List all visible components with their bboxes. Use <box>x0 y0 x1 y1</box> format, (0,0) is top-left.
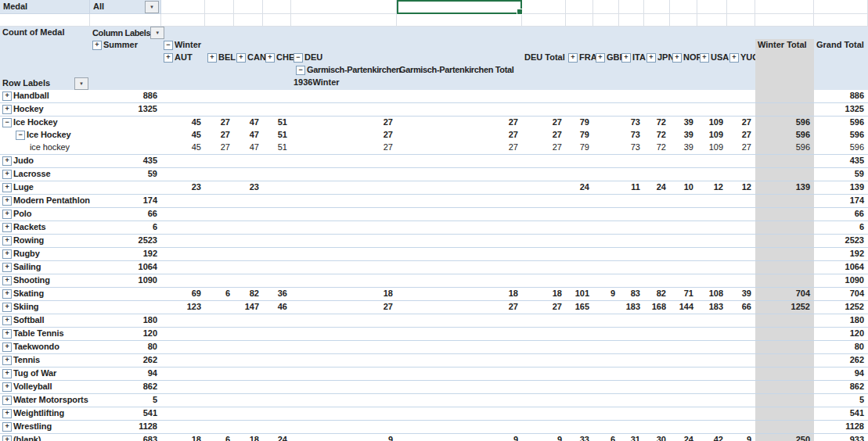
value-cell[interactable] <box>755 221 814 234</box>
col-header-can[interactable]: +CAN <box>234 52 263 64</box>
row-label-cell[interactable]: ice hockey <box>0 142 90 154</box>
empty-cell[interactable] <box>593 14 619 27</box>
empty-cell[interactable] <box>205 0 234 14</box>
value-cell[interactable]: 27 <box>291 142 397 154</box>
value-cell[interactable]: 51 <box>263 129 291 142</box>
row-label-cell[interactable]: +Rowing <box>0 235 90 247</box>
value-cell[interactable]: 435 <box>814 155 868 167</box>
value-cell[interactable]: 79 <box>566 142 593 154</box>
value-cell[interactable]: 33 <box>566 434 593 441</box>
value-cell[interactable]: 47 <box>234 117 263 129</box>
value-cell[interactable]: 933 <box>814 434 868 441</box>
value-cell[interactable]: 862 <box>90 381 161 393</box>
value-cell[interactable]: 79 <box>566 129 593 142</box>
value-cell[interactable]: 541 <box>90 407 161 420</box>
expand-icon[interactable]: + <box>672 53 682 63</box>
value-cell[interactable]: 27 <box>522 301 566 314</box>
value-cell[interactable]: 51 <box>263 142 291 154</box>
col-header-usa[interactable]: +USA <box>697 52 727 64</box>
value-cell[interactable]: 66 <box>90 208 161 220</box>
value-cell[interactable]: 9 <box>727 434 755 441</box>
empty-cell[interactable] <box>90 14 161 27</box>
col-header-aut[interactable]: +AUT <box>161 52 205 64</box>
col-header-deu-total[interactable]: DEU Total <box>522 52 566 64</box>
value-cell[interactable]: 72 <box>644 129 670 142</box>
value-cell[interactable]: 1252 <box>814 301 868 314</box>
value-cell[interactable]: 83 <box>619 288 644 300</box>
expand-icon[interactable]: + <box>596 53 605 63</box>
value-cell[interactable]: 596 <box>755 142 814 154</box>
filter-value-cell[interactable]: All ▼ <box>90 0 161 14</box>
value-cell[interactable]: 47 <box>234 142 263 154</box>
value-cell[interactable]: 5 <box>814 394 868 407</box>
value-cell[interactable]: 435 <box>90 155 161 167</box>
expand-icon[interactable]: + <box>2 289 12 299</box>
value-cell[interactable]: 168 <box>644 301 670 314</box>
value-cell[interactable]: 27 <box>205 129 234 142</box>
value-cell[interactable] <box>755 341 814 353</box>
value-cell[interactable]: 6 <box>593 434 619 441</box>
value-cell[interactable] <box>755 394 814 407</box>
row-label-cell[interactable]: +Tennis <box>0 354 90 367</box>
value-cell[interactable] <box>755 248 814 260</box>
expand-icon[interactable]: + <box>621 53 631 63</box>
col-header-nor[interactable]: +NOR <box>670 52 697 64</box>
empty-cell[interactable] <box>727 14 755 27</box>
value-cell[interactable]: 27 <box>727 117 755 129</box>
col-header-grand-total[interactable]: Grand Total <box>814 39 868 52</box>
expand-icon[interactable]: + <box>236 53 246 63</box>
value-cell[interactable] <box>755 274 814 287</box>
value-cell[interactable]: 1064 <box>90 261 161 274</box>
value-cell[interactable]: 1252 <box>755 301 814 314</box>
value-cell[interactable]: 31 <box>619 434 644 441</box>
value-cell[interactable]: 27 <box>522 129 566 142</box>
value-cell[interactable]: 139 <box>755 181 814 194</box>
value-cell[interactable]: 174 <box>90 195 161 207</box>
value-cell[interactable]: 596 <box>755 117 814 129</box>
value-cell[interactable]: 683 <box>90 434 161 441</box>
col-header-garmisch[interactable]: −Garmisch-Partenkirchen <box>291 64 397 77</box>
expand-icon[interactable]: + <box>2 356 12 365</box>
value-cell[interactable]: 18 <box>522 288 566 300</box>
empty-cell[interactable] <box>566 14 593 27</box>
expand-icon[interactable]: + <box>2 276 12 285</box>
measure-cell[interactable]: Count of Medal <box>0 27 90 39</box>
col-header-jpn[interactable]: +JPN <box>644 52 670 64</box>
value-cell[interactable]: 192 <box>814 248 868 260</box>
value-cell[interactable]: 30 <box>644 434 670 441</box>
value-cell[interactable]: 82 <box>234 288 263 300</box>
value-cell[interactable]: 596 <box>814 117 868 129</box>
value-cell[interactable]: 27 <box>397 142 522 154</box>
value-cell[interactable]: 541 <box>814 407 868 420</box>
empty-cell[interactable] <box>619 14 644 27</box>
empty-cell[interactable] <box>697 0 727 14</box>
value-cell[interactable]: 1128 <box>814 421 868 433</box>
expand-icon[interactable]: + <box>2 236 12 246</box>
value-cell[interactable]: 1325 <box>90 103 161 116</box>
expand-icon[interactable]: + <box>2 329 12 339</box>
value-cell[interactable]: 66 <box>727 301 755 314</box>
empty-cell[interactable] <box>619 0 644 14</box>
value-cell[interactable]: 27 <box>522 142 566 154</box>
empty-cell[interactable] <box>291 14 397 27</box>
col-header-yug[interactable]: +YUG <box>727 52 755 64</box>
value-cell[interactable]: 1128 <box>90 421 161 433</box>
row-labels-cell[interactable]: Row Labels ▼ <box>0 77 90 90</box>
value-cell[interactable]: 6 <box>205 434 234 441</box>
empty-cell[interactable] <box>263 14 291 27</box>
row-label-cell[interactable]: +(blank) <box>0 434 90 441</box>
value-cell[interactable]: 11 <box>619 181 644 194</box>
col-header-deu[interactable]: −DEU <box>291 52 397 64</box>
value-cell[interactable]: 147 <box>234 301 263 314</box>
expand-icon[interactable]: + <box>2 436 12 441</box>
value-cell[interactable]: 12 <box>697 181 727 194</box>
value-cell[interactable]: 36 <box>263 288 291 300</box>
value-cell[interactable]: 183 <box>697 301 727 314</box>
value-cell[interactable]: 73 <box>619 129 644 142</box>
value-cell[interactable]: 24 <box>566 181 593 194</box>
expand-icon[interactable]: + <box>2 210 12 219</box>
expand-icon[interactable]: + <box>2 183 12 192</box>
empty-cell[interactable] <box>161 0 205 14</box>
value-cell[interactable]: 9 <box>397 434 522 441</box>
value-cell[interactable]: 139 <box>814 181 868 194</box>
